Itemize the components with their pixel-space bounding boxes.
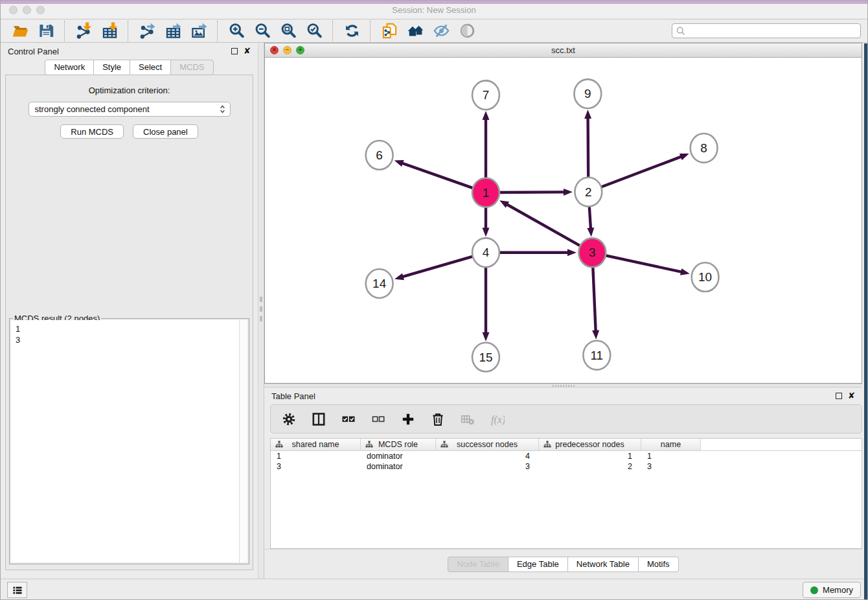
tab-motifs[interactable]: Motifs <box>638 557 679 572</box>
run-mcds-button[interactable]: Run MCDS <box>60 124 124 139</box>
mcds-result-area[interactable]: 13 <box>11 320 247 562</box>
zoom-out-icon[interactable] <box>249 21 275 41</box>
graph-edge-2-3[interactable] <box>587 206 594 237</box>
select-all-icon[interactable] <box>341 412 356 426</box>
table-cell: 1 <box>539 451 641 461</box>
graph-edge-4-3[interactable] <box>499 249 577 256</box>
svg-text:2: 2 <box>585 185 592 199</box>
column-label: successor nodes <box>457 440 518 449</box>
close-panel-button[interactable]: Close panel <box>133 124 198 139</box>
graph-node-6[interactable]: 6 <box>366 141 393 170</box>
node-table: shared nameMCDS rolesuccessor nodesprede… <box>270 438 862 549</box>
hide-details-icon[interactable] <box>428 21 454 41</box>
table-panel-tabs: Node TableEdge TableNetwork TableMotifs <box>264 549 862 579</box>
table-panel-title: Table Panel <box>271 391 315 401</box>
network-graph[interactable]: 7968124314101511 <box>265 58 862 383</box>
save-session-icon[interactable] <box>33 21 59 41</box>
splitter-handle[interactable] <box>260 297 262 321</box>
search-box[interactable] <box>672 23 861 38</box>
optimization-criterion-select[interactable]: strongly connected component <box>29 102 231 117</box>
export-image-icon[interactable] <box>186 21 212 41</box>
gear-icon[interactable] <box>282 412 296 426</box>
tab-select[interactable]: Select <box>130 60 170 75</box>
zoom-fit-icon[interactable] <box>275 21 301 41</box>
graph-edge-4-14[interactable] <box>394 257 472 280</box>
network-canvas[interactable]: 7968124314101511 <box>265 58 862 383</box>
svg-text:6: 6 <box>376 148 383 162</box>
open-file-icon[interactable] <box>7 21 33 41</box>
graph-node-15[interactable]: 15 <box>472 343 499 372</box>
float-panel-icon[interactable] <box>836 393 842 399</box>
graph-node-10[interactable]: 10 <box>692 262 719 292</box>
svg-text:1: 1 <box>483 186 490 200</box>
tab-node-table[interactable]: Node Table <box>448 557 508 572</box>
column-header-predecessor-nodes[interactable]: predecessor nodes <box>539 439 641 450</box>
mcds-result-scrollbar[interactable] <box>239 320 247 562</box>
tab-network[interactable]: Network <box>45 60 93 75</box>
network-minimize-button[interactable] <box>283 46 291 54</box>
graph-edge-1-7[interactable] <box>482 111 489 179</box>
zoom-selected-icon[interactable] <box>301 21 327 41</box>
graphics-details-icon[interactable] <box>454 21 480 41</box>
svg-text:7: 7 <box>483 88 490 102</box>
search-input[interactable] <box>688 27 856 36</box>
graph-edge-2-8[interactable] <box>601 154 689 187</box>
column-header-successor-nodes[interactable]: successor nodes <box>436 439 539 450</box>
table-row[interactable]: 1dominator411 <box>271 451 862 461</box>
graph-node-3[interactable]: 3 <box>578 238 606 267</box>
float-panel-icon[interactable] <box>231 48 238 54</box>
split-columns-icon[interactable] <box>312 412 326 426</box>
graph-node-7[interactable]: 7 <box>472 80 499 110</box>
graph-edge-1-6[interactable] <box>394 160 473 188</box>
titlebar: Session: New Session <box>1 1 867 19</box>
column-header-shared-name[interactable]: shared name <box>271 439 361 450</box>
export-table-icon[interactable] <box>160 21 186 41</box>
toolbar-separator <box>365 21 371 41</box>
application-window: Session: New Session Control Panel ✘ Net… <box>0 0 868 600</box>
network-close-button[interactable] <box>270 46 279 54</box>
home-network-icon[interactable] <box>402 21 428 41</box>
zoom-in-icon[interactable] <box>223 21 249 41</box>
column-header-MCDS-role[interactable]: MCDS role <box>361 439 436 450</box>
graph-node-1[interactable]: 1 <box>472 178 499 207</box>
memory-button[interactable]: Memory <box>803 582 861 598</box>
horizontal-splitter[interactable] <box>264 384 862 387</box>
tab-mcds[interactable]: MCDS <box>170 60 213 75</box>
graph-edge-3-1[interactable] <box>499 200 580 246</box>
tab-network-table[interactable]: Network Table <box>567 557 638 572</box>
graph-edge-4-15[interactable] <box>482 266 489 341</box>
graph-node-8[interactable]: 8 <box>691 133 718 163</box>
toolbar-separator <box>212 21 218 41</box>
export-network-icon[interactable] <box>134 21 160 41</box>
graph-node-14[interactable]: 14 <box>366 269 393 298</box>
delete-icon[interactable] <box>431 412 445 426</box>
vertical-splitter[interactable] <box>258 43 264 579</box>
close-panel-icon[interactable]: ✘ <box>848 393 855 399</box>
add-icon[interactable] <box>401 412 415 426</box>
close-panel-icon[interactable]: ✘ <box>244 48 251 54</box>
graph-node-9[interactable]: 9 <box>574 79 601 108</box>
tab-edge-table[interactable]: Edge Table <box>508 557 567 572</box>
graph-node-11[interactable]: 11 <box>583 341 610 370</box>
column-type-icon <box>440 441 448 448</box>
graph-edge-1-4[interactable] <box>482 207 489 237</box>
graph-edge-3-10[interactable] <box>606 255 690 275</box>
graph-edge-2-9[interactable] <box>584 110 591 178</box>
import-network-icon[interactable] <box>71 21 97 41</box>
graph-node-4[interactable]: 4 <box>472 238 499 267</box>
apply-layout-icon[interactable] <box>339 21 365 41</box>
copy-network-icon[interactable] <box>376 21 402 41</box>
table-toolbar: f(x) <box>270 404 862 433</box>
network-maximize-button[interactable] <box>296 46 304 54</box>
graph-node-2[interactable]: 2 <box>575 178 602 207</box>
tab-style[interactable]: Style <box>93 60 130 75</box>
table-row[interactable]: 3dominator323 <box>271 461 862 472</box>
task-history-button[interactable] <box>7 582 27 598</box>
import-table-icon[interactable] <box>97 21 122 41</box>
column-header-name[interactable]: name <box>641 439 701 450</box>
splitter-handle[interactable] <box>553 385 575 387</box>
deselect-all-icon[interactable] <box>371 412 385 426</box>
graph-edge-1-2[interactable] <box>499 189 573 196</box>
graph-edge-3-11[interactable] <box>592 266 599 340</box>
column-type-icon <box>543 441 551 448</box>
